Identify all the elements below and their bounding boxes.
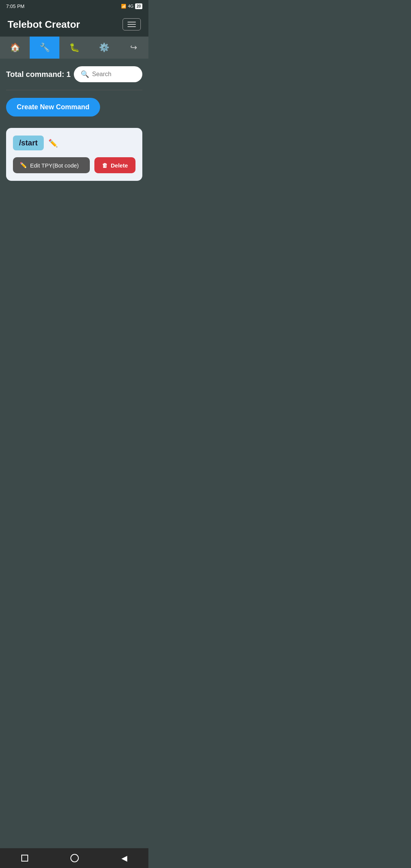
status-bar: 7:05 PM 📶 4G 20	[0, 0, 148, 12]
create-new-command-button[interactable]: Create New Command	[6, 98, 100, 116]
edit-code-icon: ✏️	[20, 162, 27, 169]
delete-icon: 🗑	[102, 162, 108, 169]
header: Telebot Creator	[0, 12, 148, 37]
status-icons: 📶 4G 20	[121, 3, 142, 9]
command-actions: ✏️ Edit TPY(Bot code) 🗑 Delete	[13, 157, 135, 173]
app-title: Telebot Creator	[8, 19, 80, 30]
signal-icon: 📶	[121, 4, 126, 9]
status-time: 7:05 PM	[6, 3, 24, 9]
tab-settings[interactable]: ⚙️	[89, 37, 119, 59]
network-type: 4G	[128, 4, 134, 8]
search-input[interactable]	[92, 71, 135, 78]
delete-button[interactable]: 🗑 Delete	[94, 157, 135, 173]
divider	[6, 90, 142, 90]
top-row: Total command: 1 🔍	[6, 66, 142, 82]
menu-icon-line3	[127, 26, 136, 27]
main-content: Total command: 1 🔍 Create New Command /s…	[0, 59, 148, 195]
command-card: /start ✏️ ✏️ Edit TPY(Bot code) 🗑 Delete	[6, 128, 142, 181]
tab-debug[interactable]: 🐛	[59, 37, 89, 59]
nav-tabs: 🏠 🔧 🐛 ⚙️ ↪	[0, 37, 148, 59]
menu-icon-line1	[127, 22, 136, 22]
command-header: /start ✏️	[13, 136, 135, 150]
tab-tools[interactable]: 🔧	[30, 37, 59, 59]
total-command-label: Total command: 1	[6, 70, 71, 79]
tab-logout[interactable]: ↪	[119, 37, 148, 59]
command-name-tag: /start	[13, 136, 44, 150]
edit-code-label: Edit TPY(Bot code)	[30, 162, 79, 169]
battery-indicator: 20	[135, 3, 142, 9]
menu-icon-line2	[127, 24, 136, 25]
search-icon: 🔍	[81, 70, 89, 78]
tab-home[interactable]: 🏠	[0, 37, 30, 59]
edit-code-button[interactable]: ✏️ Edit TPY(Bot code)	[13, 157, 90, 173]
search-box: 🔍	[74, 66, 142, 82]
menu-button[interactable]	[123, 18, 141, 30]
delete-label: Delete	[111, 162, 128, 169]
command-inline-edit-button[interactable]: ✏️	[48, 139, 58, 148]
